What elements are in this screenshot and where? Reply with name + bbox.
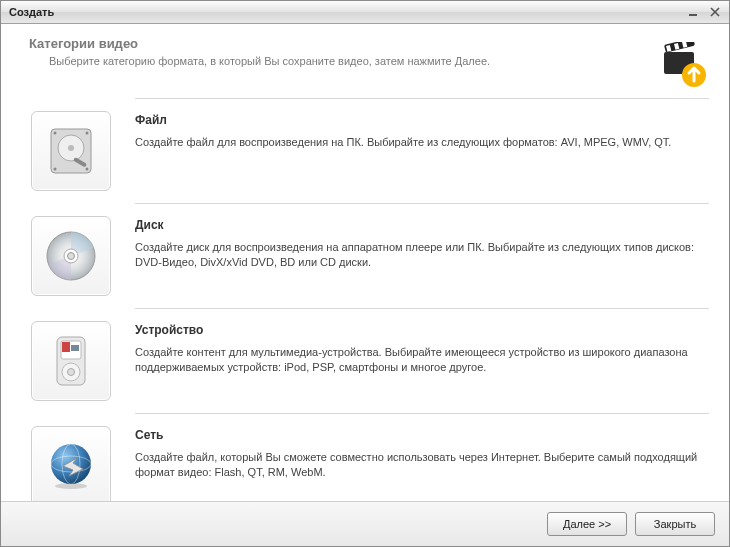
- divider: [135, 413, 709, 414]
- svg-point-16: [86, 168, 89, 171]
- category-desc: Создайте файл для воспроизведения на ПК.…: [135, 135, 709, 150]
- page-title: Категории видео: [29, 36, 709, 51]
- close-button[interactable]: [705, 4, 725, 20]
- category-title: Сеть: [135, 428, 709, 442]
- page-subtitle: Выберите категорию формата, в который Вы…: [29, 55, 709, 67]
- category-title: Файл: [135, 113, 709, 127]
- category-item-disc[interactable]: Диск Создайте диск для воспроизведения н…: [21, 206, 709, 306]
- svg-point-11: [68, 145, 74, 151]
- svg-point-29: [55, 483, 87, 489]
- globe-icon: [31, 426, 111, 501]
- disc-icon: [31, 216, 111, 296]
- divider: [135, 203, 709, 204]
- svg-rect-23: [71, 345, 79, 351]
- categories-list: Файл Создайте файл для воспроизведения н…: [1, 96, 729, 501]
- hdd-icon: [31, 111, 111, 191]
- category-item-device[interactable]: Устройство Создайте контент для мультиме…: [21, 311, 709, 411]
- svg-point-25: [68, 369, 75, 376]
- svg-point-15: [54, 168, 57, 171]
- svg-point-13: [54, 132, 57, 135]
- category-title: Устройство: [135, 323, 709, 337]
- category-title: Диск: [135, 218, 709, 232]
- next-button[interactable]: Далее >>: [547, 512, 627, 536]
- svg-point-19: [68, 253, 75, 260]
- clapperboard-produce-icon: [661, 42, 707, 88]
- svg-point-14: [86, 132, 89, 135]
- device-icon: [31, 321, 111, 401]
- category-item-file[interactable]: Файл Создайте файл для воспроизведения н…: [21, 101, 709, 201]
- category-desc: Создайте контент для мультимедиа-устройс…: [135, 345, 709, 376]
- category-item-web[interactable]: Сеть Создайте файл, который Вы сможете с…: [21, 416, 709, 501]
- divider: [135, 98, 709, 99]
- close-dialog-button[interactable]: Закрыть: [635, 512, 715, 536]
- svg-rect-0: [689, 14, 697, 16]
- window-title: Создать: [9, 6, 681, 18]
- category-desc: Создайте файл, который Вы сможете совмес…: [135, 450, 709, 481]
- dialog-window: Создать Категории видео Выберите категор…: [0, 0, 730, 547]
- divider: [135, 308, 709, 309]
- svg-rect-22: [62, 342, 70, 352]
- minimize-button[interactable]: [683, 4, 703, 20]
- category-desc: Создайте диск для воспроизведения на апп…: [135, 240, 709, 271]
- dialog-footer: Далее >> Закрыть: [1, 501, 729, 546]
- dialog-header: Категории видео Выберите категорию форма…: [1, 24, 729, 96]
- titlebar: Создать: [1, 1, 729, 24]
